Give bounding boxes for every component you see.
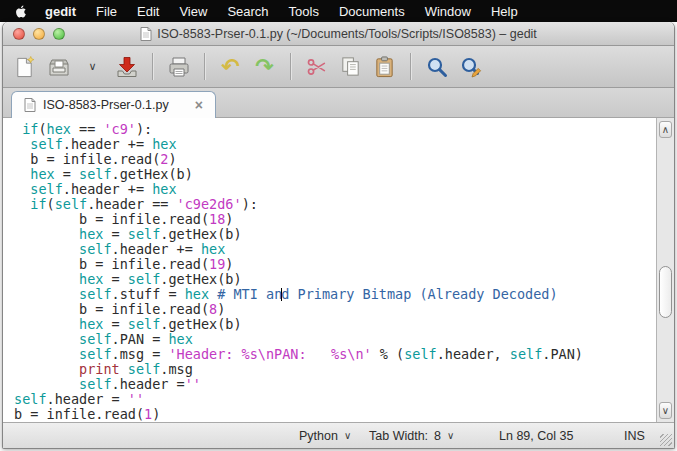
save-document-icon bbox=[115, 55, 139, 79]
code-text-area[interactable]: if(hex == 'c9'): self.header += hex b = … bbox=[3, 118, 656, 422]
apple-menu[interactable] bbox=[0, 4, 35, 19]
open-document-icon bbox=[47, 55, 71, 79]
minimize-window-button[interactable] bbox=[33, 28, 45, 40]
find-icon bbox=[425, 55, 449, 79]
code-line: hex = self.getHex(b) bbox=[14, 317, 656, 332]
window-title: ISO-8583-Prser-0.1.py (~/Documents/Tools… bbox=[157, 27, 537, 41]
chevron-down-icon: ∨ bbox=[447, 430, 454, 441]
language-selector[interactable]: Python ∨ bbox=[299, 429, 351, 443]
cut-button[interactable] bbox=[301, 50, 332, 84]
chevron-down-icon: ∨ bbox=[344, 430, 351, 441]
menu-view[interactable]: View bbox=[169, 0, 217, 22]
vertical-scrollbar[interactable]: ∧ ∨ bbox=[656, 118, 674, 422]
toolbar: ∨↶↷ bbox=[3, 46, 674, 88]
tab-iso-8583-prser[interactable]: ISO-8583-Prser-0.1.py × bbox=[11, 91, 216, 118]
language-label: Python bbox=[299, 429, 338, 443]
toolbar-separator bbox=[290, 53, 291, 80]
code-line: b = infile.read(8) bbox=[14, 302, 656, 317]
code-line: b = infile.read(18) bbox=[14, 212, 656, 227]
scroll-up-icon[interactable]: ∧ bbox=[659, 121, 672, 138]
code-line: self.header ='' bbox=[14, 377, 656, 392]
tab-width-value: 8 bbox=[434, 429, 441, 443]
code-line: self.stuff = hex # MTI and Primary Bitma… bbox=[14, 287, 656, 302]
print-document-icon bbox=[167, 55, 191, 79]
menu-tools[interactable]: Tools bbox=[279, 0, 329, 22]
code-line: self.header = '' bbox=[14, 392, 656, 407]
apple-icon bbox=[14, 4, 29, 19]
copy-icon bbox=[339, 55, 362, 78]
document-icon bbox=[24, 98, 36, 112]
menu-gedit[interactable]: gedit bbox=[35, 0, 86, 22]
code-line: self.header += hex bbox=[14, 137, 656, 152]
paste-icon bbox=[373, 55, 396, 79]
code-editor[interactable]: if(hex == 'c9'): self.header += hex b = … bbox=[3, 118, 674, 422]
close-window-button[interactable] bbox=[13, 28, 25, 40]
find-and-replace-icon bbox=[459, 55, 483, 79]
code-line: self.msg = 'Header: %s\nPAN: %s\n' % (se… bbox=[14, 347, 656, 362]
tab-bar: ISO-8583-Prser-0.1.py × bbox=[3, 88, 674, 118]
code-line: hex = self.getHex(b) bbox=[14, 227, 656, 242]
status-bar: Python ∨ Tab Width: 8 ∨ Ln 89, Col 35 IN… bbox=[3, 422, 674, 448]
toolbar-separator bbox=[152, 53, 153, 80]
scrollbar-thumb[interactable] bbox=[659, 266, 672, 318]
gedit-window: ISO-8583-Prser-0.1.py (~/Documents/Tools… bbox=[2, 22, 675, 449]
code-line: b = infile.read(19) bbox=[14, 257, 656, 272]
code-line: self.header += hex bbox=[14, 182, 656, 197]
zoom-window-button[interactable] bbox=[53, 28, 65, 40]
undo-icon: ↶ bbox=[221, 56, 239, 78]
open-dropdown-button[interactable]: ∨ bbox=[77, 50, 108, 84]
tab-label: ISO-8583-Prser-0.1.py bbox=[43, 98, 169, 112]
paste-button[interactable] bbox=[369, 50, 400, 84]
copy-button[interactable] bbox=[335, 50, 366, 84]
code-line: hex = self.getHex(b) bbox=[14, 272, 656, 287]
redo-icon: ↷ bbox=[255, 56, 273, 78]
code-line: b = infile.read(2) bbox=[14, 152, 656, 167]
code-line: if(hex == 'c9'): bbox=[14, 122, 656, 137]
save-document-button[interactable] bbox=[111, 50, 142, 84]
code-line: self.PAN = hex bbox=[14, 332, 656, 347]
new-document-icon bbox=[13, 55, 36, 79]
redo-button[interactable]: ↷ bbox=[249, 50, 280, 84]
document-icon bbox=[140, 27, 152, 41]
tab-close-icon[interactable]: × bbox=[195, 98, 203, 112]
window-controls bbox=[13, 22, 65, 45]
title-bar[interactable]: ISO-8583-Prser-0.1.py (~/Documents/Tools… bbox=[3, 22, 674, 46]
code-line: b = infile.read(1) bbox=[14, 407, 656, 422]
code-line: print self.msg bbox=[14, 362, 656, 377]
toolbar-separator bbox=[410, 53, 411, 80]
new-document-button[interactable] bbox=[9, 50, 40, 84]
tab-width-label: Tab Width: bbox=[369, 429, 428, 443]
menu-window[interactable]: Window bbox=[415, 0, 481, 22]
toolbar-separator bbox=[204, 53, 205, 80]
cursor-position: Ln 89, Col 35 bbox=[499, 429, 573, 443]
insert-mode-indicator: INS bbox=[624, 429, 645, 443]
open-dropdown-icon: ∨ bbox=[88, 60, 96, 73]
code-line: self.header += hex bbox=[14, 242, 656, 257]
title-group: ISO-8583-Prser-0.1.py (~/Documents/Tools… bbox=[140, 27, 537, 41]
menu-bar: geditFileEditViewSearchToolsDocumentsWin… bbox=[0, 0, 677, 22]
menu-documents[interactable]: Documents bbox=[329, 0, 415, 22]
tab-width-selector[interactable]: Tab Width: 8 ∨ bbox=[369, 429, 454, 443]
code-line: if(self.header == 'c9e2d6'): bbox=[14, 197, 656, 212]
open-document-button[interactable] bbox=[43, 50, 74, 84]
find-and-replace-button[interactable] bbox=[455, 50, 486, 84]
menu-file[interactable]: File bbox=[86, 0, 127, 22]
scroll-down-icon[interactable]: ∨ bbox=[659, 402, 672, 419]
menu-help[interactable]: Help bbox=[481, 0, 528, 22]
menu-search[interactable]: Search bbox=[217, 0, 278, 22]
cut-icon bbox=[306, 56, 328, 78]
print-document-button[interactable] bbox=[163, 50, 194, 84]
find-button[interactable] bbox=[421, 50, 452, 84]
menu-edit[interactable]: Edit bbox=[127, 0, 169, 22]
resize-grip[interactable] bbox=[660, 434, 672, 446]
code-line: hex = self.getHex(b) bbox=[14, 167, 656, 182]
undo-button[interactable]: ↶ bbox=[215, 50, 246, 84]
